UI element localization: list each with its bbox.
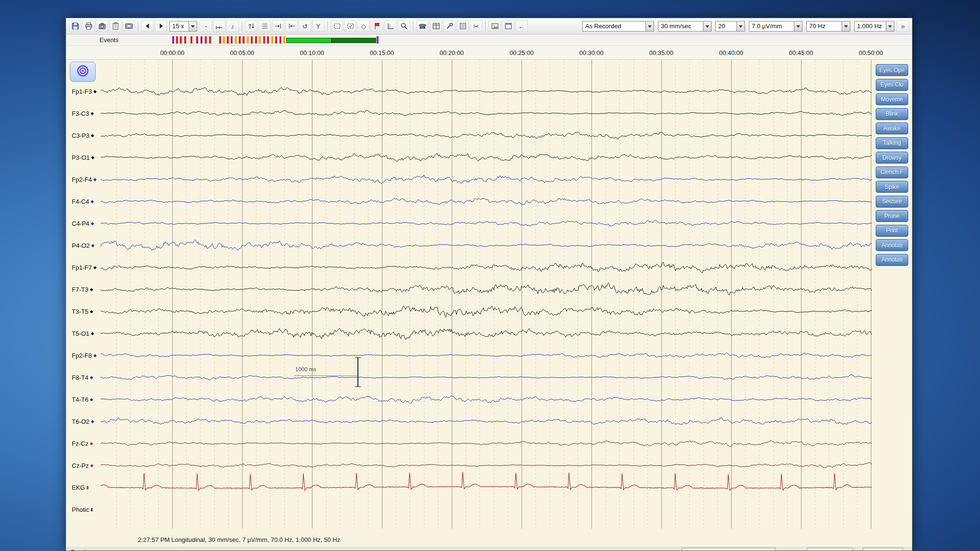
channel-label-f8-t4[interactable]: F8-T4◆ [72,374,93,381]
verify-region-icon[interactable] [344,20,356,32]
event-tick[interactable] [176,36,178,44]
status-protocol[interactable]: Reader Protocol [682,548,776,551]
channel-count-select[interactable]: 20 [715,21,745,32]
save-icon[interactable] [69,20,81,32]
keypad-icon[interactable] [457,20,469,32]
montage-select-arrow-icon[interactable] [646,22,654,31]
pan-back-icon[interactable] [285,20,298,32]
event-button-seizure[interactable]: Seizure [876,196,908,208]
high-filter-select[interactable]: 1.000 Hz [854,21,894,32]
audio-tool-button[interactable]: ♪ [226,20,239,32]
snapshot-icon[interactable] [96,20,108,32]
event-button-eyes-ope[interactable]: Eyes Ope [876,64,908,76]
event-tick[interactable] [235,36,237,44]
playback-speed-select[interactable]: 15 x [169,21,197,32]
event-tick[interactable] [227,36,229,44]
event-button-awake[interactable]: Awake [876,122,908,134]
event-tick[interactable] [251,36,253,44]
amplitude-adjust-icon[interactable] [245,20,257,32]
toolbar-overflow-button[interactable]: » [897,20,909,32]
flag-event-icon[interactable] [371,20,383,32]
montage-grid-icon[interactable] [430,20,442,32]
channel-label-f3-c3[interactable]: F3-C3◆ [72,110,94,117]
montage-map-icon[interactable] [122,20,135,32]
page-back-icon[interactable] [141,20,154,32]
sensitivity-select-arrow-icon[interactable] [794,22,802,31]
channel-label-f4-c4[interactable]: F4-C4◆ [72,198,94,205]
event-button-blink[interactable]: Blink [876,108,908,120]
event-tick[interactable] [172,36,174,44]
channel-label-photic[interactable]: Photic▮ [72,506,93,513]
event-tick[interactable] [275,36,277,44]
event-button-talking[interactable]: Talking [876,137,908,149]
event-button-annotati-2[interactable]: Annotati [876,254,908,266]
low-filter-select-arrow-icon[interactable] [842,22,850,31]
settings-wrench-icon[interactable] [443,20,456,32]
channel-label-fz-cz[interactable]: Fz-Cz◆ [72,440,93,447]
undo-button[interactable]: ↺ [299,20,311,32]
sensitivity-select[interactable]: 7.0 µV/mm [749,21,802,32]
channel-label-t5-o1[interactable]: T5-O1◆ [72,330,94,337]
channel-label-fp2-f4[interactable]: Fp2-F4◆ [72,176,97,183]
event-tick[interactable] [205,36,207,44]
event-tick[interactable] [279,36,281,44]
event-tick[interactable] [239,36,241,44]
playback-speed-select-arrow-icon[interactable] [189,22,197,31]
event-button-annotati[interactable]: Annotati [876,239,908,251]
select-region-icon[interactable] [331,20,343,32]
event-tick[interactable] [223,36,225,44]
event-tick[interactable] [267,36,269,44]
event-tick[interactable] [271,36,273,44]
event-tick[interactable] [219,36,221,44]
measure-cursor[interactable] [355,357,361,387]
event-button-clench-f[interactable]: Clench F [876,166,908,178]
event-marker-button[interactable]: ◇ [357,20,370,32]
channel-label-t6-o2[interactable]: T6-O2◆ [72,418,94,425]
event-tick[interactable] [377,36,379,44]
channel-spacing-icon[interactable] [258,20,271,32]
measure-tool-icon[interactable] [384,20,397,32]
low-filter-select[interactable]: 70 Hz [806,21,850,32]
channel-label-t4-t6[interactable]: T4-T6◆ [72,396,93,403]
channel-label-cz-pz[interactable]: Cz-Pz◆ [72,462,93,469]
channel-label-c3-p3[interactable]: C3-P3◆ [72,132,94,139]
event-tick[interactable] [184,36,186,44]
cut-button[interactable]: ✂ [470,20,482,32]
event-button-spike[interactable]: Spike [876,181,908,193]
channel-label-t3-t5[interactable]: T3-T5◆ [72,308,93,315]
image-view-icon[interactable] [489,20,501,32]
event-button-prune[interactable]: Prune [876,210,908,222]
event-tick[interactable] [243,36,245,44]
pan-forward-icon[interactable] [272,20,284,32]
events-progress-bar[interactable] [286,38,332,43]
overview-eye-button[interactable] [70,62,96,82]
channel-label-p3-o1[interactable]: P3-O1◆ [72,154,95,161]
event-tick[interactable] [200,36,202,44]
events-progress-bar[interactable] [332,38,376,43]
page-forward-icon[interactable] [155,20,167,32]
separator-dash-button[interactable]: - [200,20,212,32]
phone-support-button[interactable]: ☎ [416,20,429,32]
event-tick[interactable] [263,36,265,44]
event-tick[interactable] [180,36,182,44]
channel-label-p4-o2[interactable]: P4-O2◆ [72,242,95,249]
timebase-select-arrow-icon[interactable] [703,22,711,31]
event-button-drowsy[interactable]: Drowsy [876,152,908,164]
clipboard-icon[interactable] [109,20,122,32]
event-tick[interactable] [259,36,261,44]
jump-back-button[interactable]: ← [515,20,528,32]
event-button-print[interactable]: Print [876,225,908,237]
channel-label-fp1-f7[interactable]: Fp1-F7◆ [72,264,97,271]
event-button-eyes-clo[interactable]: Eyes Clo [876,79,908,91]
channel-label-f7-t3[interactable]: F7-T3◆ [72,286,93,293]
zoom-tool-icon[interactable] [398,20,410,32]
event-tick[interactable] [196,36,198,44]
split-window-icon[interactable] [502,20,514,32]
channel-label-fp2-f8[interactable]: Fp2-F8◆ [72,352,97,359]
filter-button[interactable]: Y [312,20,324,32]
timebase-tool-icon[interactable] [213,20,225,32]
channel-label-fp1-f3[interactable]: Fp1-F3◆ [72,88,97,95]
high-filter-select-arrow-icon[interactable] [886,22,894,31]
channel-count-select-arrow-icon[interactable] [736,22,745,31]
event-tick[interactable] [247,36,249,44]
